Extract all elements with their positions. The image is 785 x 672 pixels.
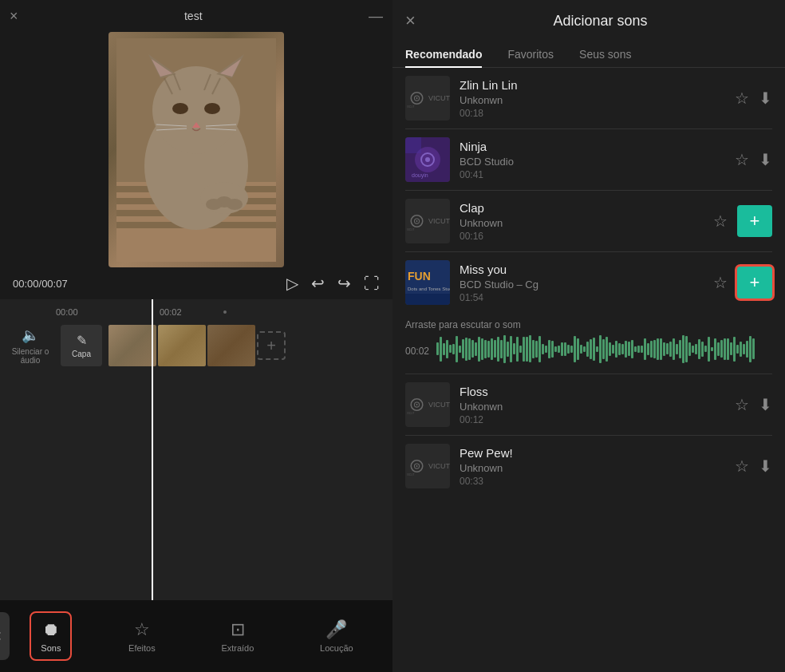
add-button-miss-you[interactable]: +: [737, 267, 772, 298]
svg-text:douyin: douyin: [412, 172, 428, 179]
song-actions-zlin: ☆ ⬇: [735, 89, 772, 108]
zlin-thumbnail: VICUT: [405, 76, 428, 121]
waveform-bar: [602, 339, 605, 358]
fav-button-zlin[interactable]: ☆: [735, 89, 749, 108]
song-info-miss-you: Miss you BCD Studio – Cg 01:54: [460, 263, 704, 303]
mute-icon: 🔈: [22, 326, 39, 344]
fav-button-miss-you[interactable]: ☆: [713, 273, 728, 292]
song-item-floss[interactable]: VICUT Floss Unkonwn 00:12 ☆ ⬇: [392, 374, 785, 435]
play-button[interactable]: ▷: [286, 274, 298, 293]
sons-icon: ⏺: [42, 619, 60, 640]
waveform-bar: [516, 337, 519, 361]
waveform-bar: [545, 346, 547, 352]
svg-text:Dots and Tones Studio: Dots and Tones Studio: [408, 287, 450, 291]
song-item-ninja[interactable]: douyin Ninja BCD Studio 00:41 ☆ ⬇: [392, 129, 785, 190]
waveform-section: Arraste para escutar o som 00:02: [392, 313, 785, 374]
minimize-icon[interactable]: —: [369, 8, 383, 25]
song-thumb-zlin: VICUT: [405, 76, 450, 121]
waveform-bar: [711, 347, 713, 351]
tabs-row: Recomendado Favoritos Seus sons: [392, 42, 785, 68]
song-item-pew-pew[interactable]: VICUT Pew Pew! Unknown 00:33 ☆ ⬇: [392, 436, 785, 496]
timeline-area: 00:00 00:02 🔈 Silenciar o áudio ✎ Capa +: [0, 299, 392, 600]
waveform-bar: [736, 345, 739, 353]
waveform-bar: [631, 340, 633, 358]
waveform-bar: [618, 343, 621, 355]
song-info-ninja: Ninja BCD Studio 00:41: [460, 140, 725, 180]
fav-button-ninja[interactable]: ☆: [735, 150, 749, 169]
waveform-bar: [494, 340, 496, 358]
clap-thumbnail: VICUT: [405, 199, 428, 243]
download-button-pew-pew[interactable]: ⬇: [759, 457, 772, 476]
fullscreen-button[interactable]: ⛶: [364, 275, 380, 293]
svg-text:VICUT: VICUT: [407, 473, 414, 476]
playback-controls: 00:00/00:07 ▷ ↩ ↪ ⛶: [0, 267, 392, 299]
waveform-bar: [462, 339, 464, 358]
tab-favoritos[interactable]: Favoritos: [507, 42, 554, 67]
waveform-bar: [551, 341, 554, 357]
undo-button[interactable]: ↩: [311, 274, 325, 293]
waveform-bar: [657, 338, 659, 360]
fav-button-clap[interactable]: ☆: [713, 211, 728, 231]
locucao-label: Locução: [320, 643, 353, 653]
ruler-dot: [223, 310, 227, 314]
add-clip-button[interactable]: +: [257, 331, 286, 360]
waveform-bar: [682, 335, 684, 363]
waveform-bar: [653, 340, 656, 359]
right-panel-title: Adicionar sons: [428, 13, 772, 30]
song-item-zlin[interactable]: VICUT Zlin Lin Lin Unkonwn 00:18 ☆ ⬇: [392, 68, 785, 128]
cover-button[interactable]: ✎ Capa: [61, 325, 102, 366]
waveform-bar: [641, 346, 643, 354]
waveform-bar: [583, 346, 586, 353]
download-button-ninja[interactable]: ⬇: [759, 150, 772, 169]
waveform-bar: [733, 337, 736, 362]
right-close-icon[interactable]: ×: [405, 10, 416, 31]
waveform-bar: [717, 342, 720, 356]
waveform-bar: [436, 342, 439, 355]
song-info-floss: Floss Unkonwn 00:12: [460, 385, 725, 425]
waveform-bar: [548, 340, 550, 359]
waveform-bar: [749, 336, 751, 362]
waveform-bar: [590, 339, 592, 360]
add-button-clap[interactable]: +: [737, 205, 772, 237]
waveform-bar: [526, 337, 528, 362]
floss-thumbnail: VICUT: [405, 382, 428, 427]
fav-button-pew-pew[interactable]: ☆: [735, 457, 749, 476]
waveform-bar: [673, 338, 675, 359]
video-preview: [108, 32, 284, 267]
tab-seus-sons[interactable]: Seus sons: [579, 42, 631, 67]
top-bar: × test —: [0, 0, 392, 32]
nav-item-efeitos[interactable]: ☆ Efeitos: [119, 613, 165, 659]
song-item-miss-you[interactable]: FUN Dots and Tones Studio Miss you BCD S…: [392, 252, 785, 313]
efeitos-label: Efeitos: [128, 643, 156, 653]
nav-item-locucao[interactable]: 🎤 Locução: [310, 613, 363, 659]
waveform-bar: [452, 344, 455, 354]
song-title-ninja: Ninja: [460, 140, 725, 153]
waveform-bar: [698, 339, 700, 359]
waveform-bar: [443, 343, 445, 355]
download-button-floss[interactable]: ⬇: [759, 395, 772, 414]
nav-item-extraido[interactable]: ⊡ Extraído: [211, 613, 263, 659]
close-icon[interactable]: ×: [10, 8, 18, 25]
waveform-visual[interactable]: [436, 335, 772, 367]
sons-label: Sons: [41, 643, 61, 653]
waveform-bar: [513, 343, 515, 354]
svg-point-35: [425, 157, 430, 162]
download-button-zlin[interactable]: ⬇: [759, 89, 772, 108]
song-info-zlin: Zlin Lin Lin Unkonwn 00:18: [460, 78, 725, 119]
waveform-bar: [660, 338, 662, 361]
waveform-bar: [746, 341, 748, 358]
waveform-bar: [487, 341, 490, 358]
nav-item-sons[interactable]: ⏺ Sons: [30, 611, 72, 661]
song-title-pew-pew: Pew Pew!: [460, 446, 725, 460]
waveform-bar: [599, 335, 602, 363]
fav-button-floss[interactable]: ☆: [735, 395, 749, 414]
song-title-floss: Floss: [460, 385, 725, 398]
song-item-clap[interactable]: VICUT Clap Unknown 00:16 ☆ +: [392, 191, 785, 251]
waveform-bar: [644, 338, 646, 360]
tab-recomendado[interactable]: Recomendado: [405, 42, 482, 67]
waveform-label: Arraste para escutar o som: [405, 319, 772, 330]
redo-button[interactable]: ↪: [337, 274, 351, 293]
waveform-container[interactable]: 00:02: [405, 335, 772, 367]
timeline-ruler: 00:00 00:02: [0, 302, 392, 322]
back-button[interactable]: <: [0, 612, 10, 660]
